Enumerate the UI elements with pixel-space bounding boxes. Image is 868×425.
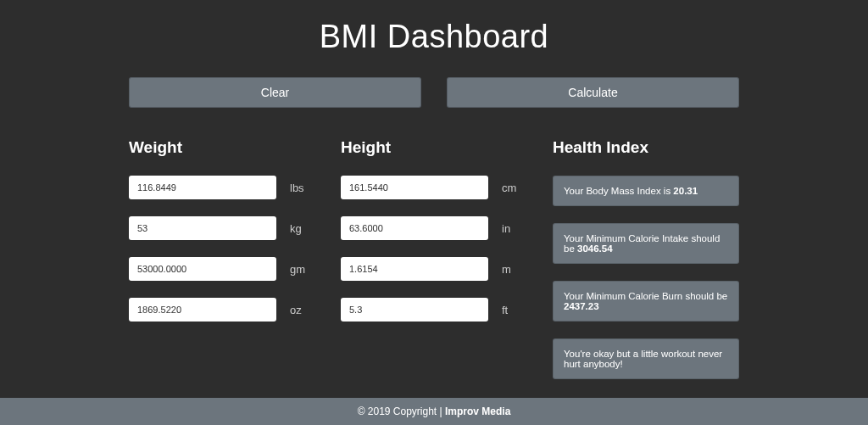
bmi-text: Your Body Mass Index is [564,186,673,196]
calorie-intake-value: 3046.54 [577,243,613,254]
calorie-burn-value: 2437.23 [564,301,599,311]
height-m-input[interactable] [341,257,488,281]
weight-heading: Weight [129,138,315,157]
height-ft-unit: ft [502,304,527,316]
weight-lbs-unit: lbs [290,182,315,194]
height-ft-row: ft [341,298,527,322]
weight-gm-row: gm [129,257,315,281]
weight-column: Weight lbs kg gm oz [129,138,315,396]
weight-kg-input[interactable] [129,216,276,240]
weight-lbs-input[interactable] [129,176,276,199]
weight-oz-unit: oz [290,304,315,316]
health-message-card: You're okay but a little workout never h… [553,338,739,379]
weight-kg-unit: kg [290,222,315,235]
weight-gm-input[interactable] [129,257,276,281]
weight-oz-row: oz [129,298,315,322]
main-columns: Weight lbs kg gm oz Height cm [129,138,739,396]
calorie-burn-card: Your Minimum Calorie Burn should be 2437… [553,281,739,322]
calorie-intake-card: Your Minimum Calorie Intake should be 30… [553,223,739,264]
height-in-input[interactable] [341,216,488,240]
height-m-unit: m [502,263,527,276]
height-in-row: in [341,216,527,240]
height-column: Height cm in m ft [341,138,527,396]
button-row: Clear Calculate [129,77,739,108]
calculate-button[interactable]: Calculate [447,77,739,108]
height-in-unit: in [502,222,527,235]
height-heading: Height [341,138,527,157]
footer-copyright: © 2019 Copyright | [358,405,445,417]
footer: © 2019 Copyright | Improv Media [0,398,868,425]
page-title: BMI Dashboard [129,19,739,55]
height-m-row: m [341,257,527,281]
height-ft-input[interactable] [341,298,488,322]
health-heading: Health Index [553,138,739,157]
bmi-value: 20.31 [673,186,698,196]
health-message: You're okay but a little workout never h… [564,349,722,369]
weight-gm-unit: gm [290,263,315,276]
weight-oz-input[interactable] [129,298,276,322]
height-cm-unit: cm [502,182,527,194]
height-cm-input[interactable] [341,176,488,199]
bmi-card: Your Body Mass Index is 20.31 [553,176,739,206]
height-cm-row: cm [341,176,527,199]
weight-lbs-row: lbs [129,176,315,199]
clear-button[interactable]: Clear [129,77,421,108]
calorie-burn-text: Your Minimum Calorie Burn should be [564,291,727,301]
footer-brand: Improv Media [445,405,510,417]
weight-kg-row: kg [129,216,315,240]
health-column: Health Index Your Body Mass Index is 20.… [553,138,739,396]
